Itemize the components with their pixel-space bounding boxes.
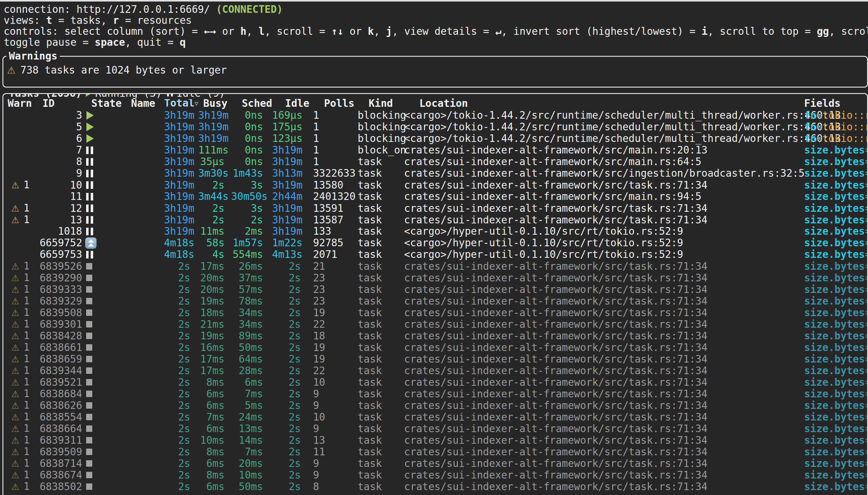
task-row[interactable]: ⚠168393112s10ms14ms2s13taskcrates/sui-in… [7,434,867,446]
cell-idle: 2s [272,272,312,284]
col-header-fields[interactable]: Fields [804,97,867,109]
cell-busy: 3h19m [198,109,231,121]
cell-fields: size.bytes= [804,295,867,307]
col-header-polls[interactable]: Polls [312,97,358,109]
task-row[interactable]: ⚠168393292s19ms78ms2s23taskcrates/sui-in… [7,295,867,307]
cell-total: 3h19m [164,203,198,214]
tasks-panel-title: Tasks (2056) Running (3) Idle (9) [6,93,228,99]
warning-triangle-icon: ⚠ [11,482,19,492]
task-row[interactable]: ⚠168386262s6ms5ms2s9taskcrates/sui-index… [7,399,867,411]
cell-fields: size.bytes= [804,446,867,458]
cell-idle: 2s [272,377,312,388]
task-row[interactable]: ⚠168395092s8ms7ms2s11taskcrates/sui-inde… [7,446,867,458]
warning-triangle-icon: ⚠ [11,447,19,457]
task-row[interactable]: ⚠168393332s20ms57ms2s23taskcrates/sui-in… [7,284,867,295]
task-row[interactable]: ⚠168386742s8ms10ms2s9taskcrates/sui-inde… [7,469,867,481]
task-row[interactable]: ⚠1123h19m2s3s3h19m13591taskcrates/sui-in… [7,202,867,214]
cell-fields: size.bytes= [804,377,867,388]
cell-state [82,249,128,260]
state-completed-icon [86,298,92,304]
task-row[interactable]: ⚠168393442s17ms28ms2s22taskcrates/sui-in… [7,365,867,376]
task-row[interactable]: ⚠168392902s20ms37ms2s23taskcrates/sui-in… [7,272,867,284]
task-row[interactable]: ⚠168386612s16ms50ms2s19taskcrates/sui-in… [7,341,867,353]
toggle-pause-line: toggle pause = space, quit = q [4,37,868,48]
cell-sched: 0ns [231,109,272,121]
col-header-label: Sched [242,97,272,109]
task-row[interactable]: 73h19m111ms0ns3h19m1block_oncrates/sui-i… [7,144,867,156]
task-row[interactable]: ⚠168395082s18ms34ms2s19taskcrates/sui-in… [7,307,867,318]
field-key: size.bytes [804,168,865,179]
field-equals: = [816,121,822,133]
state-completed-icon [86,379,92,386]
field-equals: = [865,214,867,226]
warning-triangle-icon: ⚠ [11,412,19,422]
cell-id: 6838659 [34,353,82,365]
task-row[interactable]: ⚠168385022s6ms50ms2s8taskcrates/sui-inde… [7,481,867,492]
cell-state [82,342,128,353]
cell-sched: 28ms [231,365,272,377]
cell-busy: 3h19m [198,121,231,133]
cell-polls: 19 [312,353,358,365]
pause-icon [167,93,173,97]
cell-state [82,261,128,272]
cell-busy: 19ms [198,330,231,342]
cell-warn: ⚠1 [7,202,34,214]
text-segment: r [113,15,119,26]
task-row[interactable]: 113h19m3m44s30m50s2h44m2401320taskcrates… [7,191,867,202]
cell-kind: task [358,284,404,295]
cell-kind: task [358,481,404,493]
cell-id: 6839509 [34,446,82,458]
task-row[interactable]: ⚠1133h19m2s2s3h19m13587taskcrates/sui-in… [7,214,867,225]
warnings-panel-title: Warnings [6,50,60,62]
text-segment: toggle pause = [4,37,95,48]
cell-busy: 2s [198,214,231,226]
task-row[interactable]: ⚠168395212s8ms6ms2s10taskcrates/sui-inde… [7,376,867,388]
task-row[interactable]: 66597534m18s4s554ms4m13s2071task<cargo>/… [7,249,867,260]
task-row[interactable]: 63h19m3h19m0ns123µs1blocking<cargo>/toki… [7,133,867,144]
task-row[interactable]: ⚠168395262s17ms26ms2s21taskcrates/sui-in… [7,260,867,272]
field-equals: = [865,284,867,295]
col-header-sched[interactable]: Sched [231,97,272,109]
warning-triangle-icon: ⚠ [11,354,19,364]
task-row[interactable]: ⚠168387142s6ms20ms2s9taskcrates/sui-inde… [7,458,867,469]
task-row[interactable]: ⚠168385542s7ms24ms2s10taskcrates/sui-ind… [7,411,867,423]
task-row[interactable]: 93h19m3m30s1m43s3h13m3322633taskcrates/s… [7,168,867,179]
task-row[interactable]: 33h19m3h19m0ns169µs1blocking<cargo>/toki… [7,109,867,121]
cell-warn: ⚠1 [7,260,34,272]
task-row[interactable]: 53h19m3h19m0ns175µs1blocking<cargo>/toki… [7,121,867,133]
task-row[interactable]: ⚠168386642s6ms13ms2s9taskcrates/sui-inde… [7,423,867,434]
cell-total: 2s [164,423,198,434]
task-row[interactable]: ⚠1103h19m2s3s3h19m13580taskcrates/sui-in… [7,179,867,191]
cell-kind: task [358,470,404,481]
cell-state [82,307,128,319]
task-row[interactable]: 10183h19m11ms2ms3h19m133task<cargo>/hype… [7,225,867,237]
cell-warn: ⚠1 [7,214,34,226]
field-key: size.bytes [804,446,865,458]
warning-count: 1 [23,480,30,492]
col-header-location[interactable]: Location [404,97,804,109]
cell-state [82,295,128,307]
col-header-idle[interactable]: Idle [272,97,312,109]
cell-polls: 9 [312,458,358,470]
task-row[interactable]: ⚠168384282s19ms89ms2s18taskcrates/sui-in… [7,330,867,341]
cell-sched: 26ms [231,261,272,272]
text-segment: i [702,26,708,37]
field-equals: = [865,168,867,179]
cell-id: 6659753 [34,249,82,260]
field-key: size.bytes [804,458,865,470]
field-key: fn [804,133,816,144]
task-row[interactable]: 83h19m35µs0ns3h19m1taskcrates/sui-indexe… [7,156,867,168]
task-row[interactable]: ⚠168386842s6ms7ms2s9taskcrates/sui-index… [7,388,867,399]
cell-polls: 2401320 [312,191,358,202]
cell-state [82,225,128,237]
task-row[interactable]: 66597524m18s58s1m57s1m22s92785task<cargo… [7,237,867,249]
cell-location: <cargo>/hyper-util-0.1.10/src/rt/tokio.r… [404,225,804,237]
cell-polls: 23 [312,284,358,295]
task-row[interactable]: ⚠168393012s21ms34ms2s22taskcrates/sui-in… [7,318,867,330]
task-row[interactable]: ⚠168386592s17ms64ms2s19taskcrates/sui-in… [7,353,867,365]
cell-idle: 2s [272,284,312,295]
col-header-kind[interactable]: Kind [358,97,404,109]
cell-warn: ⚠1 [7,353,34,365]
state-completed-icon [86,460,92,467]
cell-state [82,446,128,458]
